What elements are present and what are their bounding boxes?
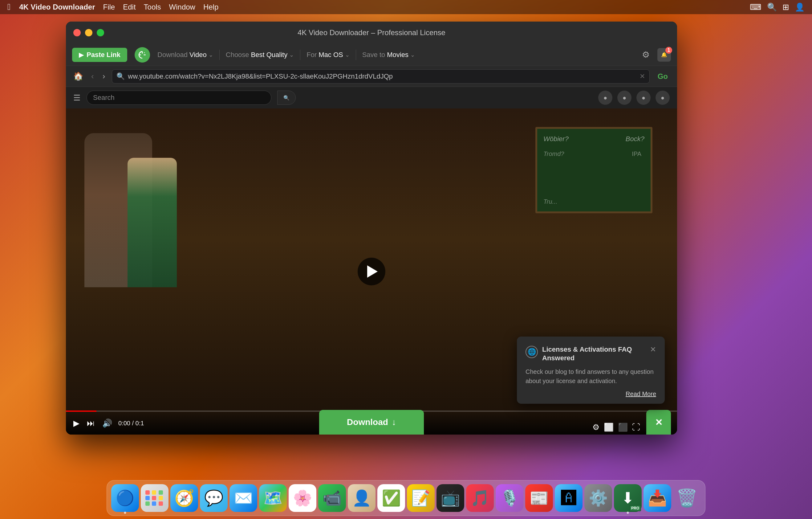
download-type-dropdown[interactable]: Download Video ⌄	[157, 51, 213, 59]
titlebar: 4K Video Downloader – Professional Licen…	[66, 22, 677, 44]
os-dropdown[interactable]: For Mac OS ⌄	[307, 51, 349, 59]
settings-icon[interactable]: ⚙	[592, 422, 600, 432]
launchpad-icon	[145, 490, 164, 506]
traffic-lights	[73, 29, 104, 36]
podcasts-icon: 🎙️	[500, 489, 519, 507]
paste-link-icon: ▶	[79, 51, 84, 59]
smart-mode-button[interactable]	[135, 47, 150, 62]
keyboard-icon[interactable]: ⌨	[750, 2, 761, 12]
person-2-silhouette	[127, 158, 177, 287]
search-menubar-icon[interactable]: 🔍	[767, 2, 777, 12]
next-button[interactable]: ⏭	[86, 417, 96, 429]
mail-icon: ✉️	[234, 489, 253, 507]
yt-icon-4[interactable]: ●	[656, 91, 670, 105]
settings-button[interactable]: ⚙	[639, 48, 652, 62]
facetime-icon: 📹	[322, 489, 342, 507]
close-button[interactable]	[73, 29, 81, 36]
apple-menu[interactable]: 	[7, 2, 10, 12]
hamburger-icon[interactable]: ☰	[73, 93, 80, 103]
dock-item-safari[interactable]: 🧭	[170, 484, 198, 512]
video-ctrl-icons: ⚙ ⬜ ⬛ ⛶	[592, 422, 640, 432]
dock-item-music[interactable]: 🎵	[466, 484, 494, 512]
cancel-button[interactable]: ✕	[646, 410, 671, 435]
yt-icon-1[interactable]: ●	[598, 91, 612, 105]
tools-menu[interactable]: Tools	[144, 3, 161, 11]
back-button[interactable]: ‹	[89, 70, 96, 83]
power-icon	[138, 51, 146, 59]
video-area: Wöbier? Tromd? Bock? IPA Tru... ▶ ⏭	[66, 108, 677, 435]
dock-item-photos[interactable]: 🌸	[289, 484, 316, 512]
separator-3	[356, 50, 356, 60]
user-icon[interactable]: 👤	[795, 2, 805, 12]
dock-item-downloads[interactable]: 📥	[643, 484, 671, 512]
download-label: Download	[157, 51, 187, 59]
search-bar[interactable]: Search	[87, 91, 271, 105]
dock-item-appstore[interactable]: 🅰	[555, 484, 582, 512]
chevron-down-icon-2: ⌄	[289, 52, 294, 58]
dock-item-contacts[interactable]: 👤	[348, 484, 376, 512]
help-menu[interactable]: Help	[203, 3, 219, 11]
minimize-button[interactable]	[85, 29, 92, 36]
yt-icon-3[interactable]: ●	[636, 91, 650, 105]
choose-label: Choose	[226, 51, 249, 59]
yt-icons: ● ● ● ●	[598, 91, 670, 105]
downloads-icon: 📥	[648, 489, 667, 507]
paste-link-label: Paste Link	[87, 51, 120, 59]
video-value: Video	[190, 51, 207, 59]
read-more-link[interactable]: Read More	[525, 390, 656, 398]
dock-item-notes[interactable]: 📝	[407, 484, 435, 512]
save-to-dropdown[interactable]: Save to Movies ⌄	[362, 51, 415, 59]
appletv-icon: 📺	[441, 489, 460, 507]
movies-value: Movies	[387, 51, 408, 59]
notification-title: Licenses & Activations FAQ Answered	[542, 345, 647, 363]
miniplayer-icon[interactable]: ⬜	[604, 422, 614, 432]
dock-item-messages[interactable]: 💬	[200, 484, 228, 512]
app-menu-name[interactable]: 4K Video Downloader	[19, 3, 95, 11]
chevron-down-icon: ⌄	[208, 52, 213, 58]
dock-item-appletv[interactable]: 📺	[436, 484, 464, 512]
dock-item-4kvd[interactable]: ⬇ PRO	[614, 484, 642, 512]
chevron-down-icon-3: ⌄	[345, 52, 350, 58]
play-button[interactable]	[358, 258, 385, 285]
go-button[interactable]: Go	[655, 72, 671, 81]
edit-menu[interactable]: Edit	[123, 3, 136, 11]
volume-button[interactable]: 🔊	[101, 417, 113, 429]
fullscreen-icon[interactable]: ⛶	[632, 422, 640, 432]
safari-icon: 🧭	[174, 489, 194, 508]
dock-item-settings[interactable]: ⚙️	[584, 484, 612, 512]
dock-item-trash[interactable]: 🗑️	[673, 484, 701, 512]
window-menu[interactable]: Window	[169, 3, 195, 11]
dock-item-news[interactable]: 📰	[525, 484, 553, 512]
dock-item-launchpad[interactable]	[141, 484, 169, 512]
forward-button[interactable]: ›	[101, 70, 107, 83]
dock-item-facetime[interactable]: 📹	[318, 484, 346, 512]
news-icon: 📰	[529, 489, 549, 507]
url-search-icon: 🔍	[116, 73, 125, 80]
quality-value: Best Quality	[251, 51, 288, 59]
download-arrow-icon: ↓	[392, 417, 396, 427]
url-clear-button[interactable]: ✕	[639, 73, 645, 80]
file-menu[interactable]: File	[103, 3, 115, 11]
dock-item-finder[interactable]: 🔵	[111, 484, 139, 512]
dock-item-reminders[interactable]: ✅	[377, 484, 405, 512]
play-pause-button[interactable]: ▶	[72, 417, 81, 429]
download-button[interactable]: Download ↓	[319, 410, 424, 435]
theater-icon[interactable]: ⬛	[618, 422, 628, 432]
quality-dropdown[interactable]: Choose Best Quality ⌄	[226, 51, 294, 59]
search-submit-button[interactable]: 🔍	[277, 91, 296, 105]
dock-item-mail[interactable]: ✉️	[230, 484, 257, 512]
paste-link-button[interactable]: ▶ Paste Link	[72, 48, 127, 62]
yt-icon-2[interactable]: ●	[617, 91, 632, 105]
cancel-x-icon: ✕	[655, 417, 663, 428]
system-settings-icon: ⚙️	[589, 489, 608, 507]
control-center-icon[interactable]: ⊞	[782, 2, 789, 12]
url-bar[interactable]: 🔍 ww.youtube.com/watch?v=Nx2LJ8Kja98&lis…	[112, 69, 649, 84]
notification-close-button[interactable]: ✕	[650, 345, 656, 354]
home-button[interactable]: 🏠	[72, 70, 84, 83]
dock-item-maps[interactable]: 🗺️	[259, 484, 287, 512]
toolbar: ▶ Paste Link Download Video ⌄ Choose Bes…	[66, 44, 677, 66]
separator-1	[219, 50, 220, 60]
dock-item-podcasts[interactable]: 🎙️	[496, 484, 523, 512]
maximize-button[interactable]	[97, 29, 104, 36]
notification-button[interactable]: 🔔 1	[657, 48, 671, 62]
